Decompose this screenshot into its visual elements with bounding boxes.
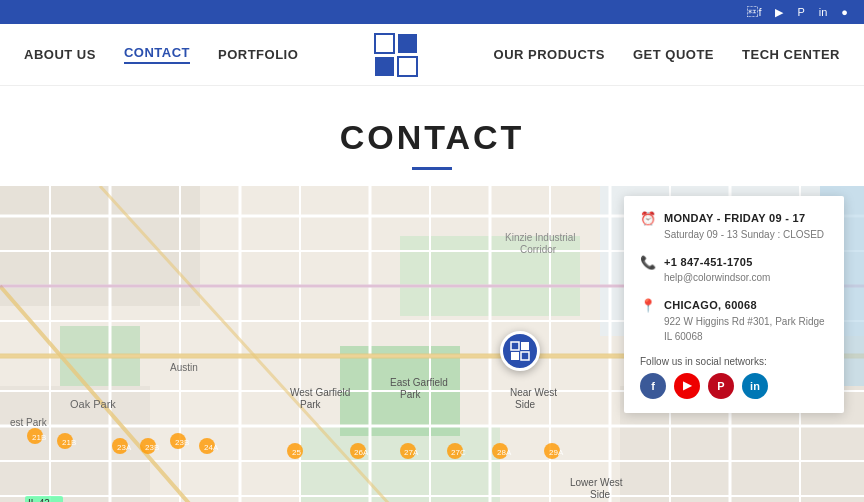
svg-text:Side: Side (590, 489, 610, 500)
svg-text:Side: Side (515, 399, 535, 410)
youtube-social-icon[interactable]: ▶ (674, 373, 700, 399)
svg-text:Austin: Austin (170, 362, 198, 373)
nav-products[interactable]: OUR PRODUCTS (494, 47, 605, 62)
full-address: 922 W Higgins Rd #301, Park Ridge IL 600… (664, 314, 828, 344)
site-logo[interactable] (373, 32, 419, 78)
svg-text:23B: 23B (145, 443, 159, 452)
phone-number[interactable]: +1 847-451-1705 (664, 254, 770, 271)
svg-text:24A: 24A (204, 443, 219, 452)
info-card: ⏰ MONDAY - FRIDAY 09 - 17 Saturday 09 - … (624, 196, 844, 413)
map-location-icon: 📍 (640, 298, 656, 313)
svg-text:East Garfield: East Garfield (390, 377, 448, 388)
svg-rect-90 (511, 342, 519, 350)
svg-text:Oak Park: Oak Park (70, 398, 116, 410)
nav-left: ABOUT US CONTACT PORTFOLIO (24, 45, 298, 64)
svg-text:Near West: Near West (510, 387, 557, 398)
youtube-icon[interactable]: ▶ (775, 6, 783, 19)
svg-rect-93 (521, 352, 529, 360)
map-marker[interactable] (500, 331, 540, 371)
svg-rect-0 (375, 34, 394, 53)
svg-text:25: 25 (292, 448, 301, 457)
svg-rect-3 (398, 57, 417, 76)
nav-about-us[interactable]: ABOUT US (24, 47, 96, 62)
title-underline (412, 167, 452, 170)
svg-text:27C: 27C (451, 448, 466, 457)
social-section: Follow us in social networks: f ▶ P in (640, 356, 828, 399)
linkedin-social-icon[interactable]: in (742, 373, 768, 399)
svg-text:Lower West: Lower West (570, 477, 623, 488)
linkedin-icon[interactable]: in (819, 6, 828, 18)
page-title: CONTACT (0, 118, 864, 157)
hours-title: MONDAY - FRIDAY 09 - 17 (664, 210, 824, 227)
main-nav: ABOUT US CONTACT PORTFOLIO OUR PRODUCTS … (0, 24, 864, 86)
svg-text:Kinzie Industrial: Kinzie Industrial (505, 232, 576, 243)
top-social-bar: f ▶ P in ● (0, 0, 864, 24)
location-icon[interactable]: ● (841, 6, 848, 18)
nav-get-quote[interactable]: GET QUOTE (633, 47, 714, 62)
nav-right: OUR PRODUCTS GET QUOTE TECH CENTER (494, 47, 840, 62)
nav-portfolio[interactable]: PORTFOLIO (218, 47, 298, 62)
svg-text:28A: 28A (497, 448, 512, 457)
phone-info: +1 847-451-1705 help@colorwindsor.com (664, 254, 770, 286)
svg-text:26A: 26A (354, 448, 369, 457)
svg-text:IL 43: IL 43 (28, 498, 50, 502)
email-address[interactable]: help@colorwindsor.com (664, 270, 770, 285)
location-row: 📍 CHICAGO, 60068 922 W Higgins Rd #301, … (640, 297, 828, 344)
svg-rect-1 (398, 34, 417, 53)
facebook-social-icon[interactable]: f (640, 373, 666, 399)
svg-text:West Garfield: West Garfield (290, 387, 350, 398)
nav-tech-center[interactable]: TECH CENTER (742, 47, 840, 62)
clock-icon: ⏰ (640, 211, 656, 226)
svg-text:Park: Park (400, 389, 422, 400)
svg-text:est Park: est Park (10, 417, 48, 428)
social-icons: f ▶ P in (640, 373, 828, 399)
hours-info: MONDAY - FRIDAY 09 - 17 Saturday 09 - 13… (664, 210, 824, 242)
page-title-section: CONTACT (0, 86, 864, 186)
svg-rect-5 (0, 186, 200, 306)
phone-row: 📞 +1 847-451-1705 help@colorwindsor.com (640, 254, 828, 286)
svg-text:Corridor: Corridor (520, 244, 557, 255)
svg-text:21B: 21B (32, 433, 46, 442)
facebook-icon[interactable]: f (747, 6, 761, 18)
svg-text:21B: 21B (62, 438, 76, 447)
hours-sub: Saturday 09 - 13 Sunday : CLOSED (664, 227, 824, 242)
pinterest-icon[interactable]: P (797, 6, 804, 18)
phone-icon: 📞 (640, 255, 656, 270)
city-name: CHICAGO, 60068 (664, 297, 828, 314)
svg-rect-91 (521, 342, 529, 350)
svg-text:23B: 23B (175, 438, 189, 447)
map-pin-icon (509, 340, 531, 362)
svg-text:27A: 27A (404, 448, 419, 457)
map-section: Oak Park Austin West Garfield Park East … (0, 186, 864, 502)
svg-text:23A: 23A (117, 443, 132, 452)
social-label: Follow us in social networks: (640, 356, 828, 367)
svg-rect-2 (375, 57, 394, 76)
pinterest-social-icon[interactable]: P (708, 373, 734, 399)
hours-row: ⏰ MONDAY - FRIDAY 09 - 17 Saturday 09 - … (640, 210, 828, 242)
svg-text:29A: 29A (549, 448, 564, 457)
nav-contact[interactable]: CONTACT (124, 45, 190, 64)
svg-text:Park: Park (300, 399, 322, 410)
location-info: CHICAGO, 60068 922 W Higgins Rd #301, Pa… (664, 297, 828, 344)
svg-rect-92 (511, 352, 519, 360)
